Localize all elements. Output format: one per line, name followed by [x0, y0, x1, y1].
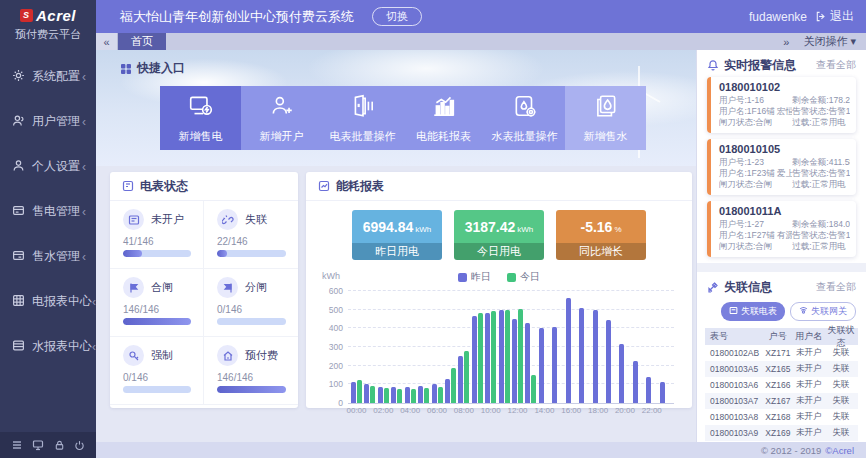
quick-button-1[interactable]: 新增售电: [160, 86, 241, 150]
power-icon[interactable]: [74, 440, 85, 451]
x-tick-label: 18:00: [588, 406, 608, 415]
stat-card-value: 6994.84: [363, 219, 414, 235]
table-cell: XZ171: [762, 348, 793, 358]
bar-今日: [531, 375, 536, 403]
bar-昨日: [579, 308, 584, 403]
bar-昨日: [458, 356, 463, 403]
disconnect-view-all-link[interactable]: 查看全部: [816, 280, 856, 294]
table-row: 01800103A7XZ167未开户失联: [705, 393, 858, 409]
lock-icon[interactable]: [54, 440, 65, 451]
alarm-field: 用户号:1-27: [719, 219, 792, 230]
logout-button[interactable]: 退出: [815, 8, 854, 25]
bar-groups: 00:0002:0004:0006:0008:0010:0012:0014:00…: [348, 292, 674, 403]
meter-status-label: 合闸: [151, 280, 173, 295]
stat-card-1: 6994.84kWh昨日用电: [352, 210, 442, 260]
alarm-detail-row: 用户号:1-27剩余金额:184.03: [719, 219, 850, 230]
table-cell: 失联: [824, 411, 858, 423]
alarm-detail-row: 闸刀状态:合闸过载:正常用电: [719, 179, 850, 190]
sidebar-item-3[interactable]: 个人设置‹: [0, 144, 96, 189]
alarm-field: 闸刀状态:合闸: [719, 117, 792, 128]
bar-昨日: [351, 382, 356, 403]
quick-button-label: 水表批量操作: [492, 129, 558, 144]
legend-item-昨日[interactable]: 昨日: [458, 270, 491, 284]
meter-status-cell: 强制0/146: [110, 337, 204, 405]
bar-今日: [491, 311, 496, 404]
quick-button-4[interactable]: 电能耗报表: [403, 86, 484, 150]
bar-昨日: [619, 344, 624, 403]
y-tick-label: 0: [338, 398, 343, 408]
bar-group: [445, 292, 456, 403]
alarm-detail-row: 用户名:1F23铺 爱上我的餐馆告警状态:告警1: [719, 168, 850, 179]
sidebar-item-label: 系统配置: [32, 68, 82, 85]
bar-昨日: [566, 298, 571, 403]
sidebar-item-2[interactable]: 用户管理‹: [0, 99, 96, 144]
sidebar-item-7[interactable]: 水报表中心‹: [0, 324, 96, 369]
quick-button-6[interactable]: 新增售水: [565, 86, 646, 150]
alarm-detail-row: 闸刀状态:合闸过载:正常用电: [719, 241, 850, 252]
bar-昨日: [378, 387, 383, 403]
alarm-accent-bar: [707, 139, 711, 195]
progress-bar: [217, 318, 286, 325]
bar-group: [525, 292, 536, 403]
footer: © 2012 - 2019 ©Acrel: [96, 442, 866, 458]
bar-今日: [478, 313, 483, 403]
alarm-field: 闸刀状态:合闸: [719, 241, 792, 252]
collapse-tabs-icon[interactable]: «: [96, 33, 118, 50]
column-header: 户号: [762, 330, 793, 343]
column-header: 表号: [705, 330, 762, 343]
tab-home[interactable]: 首页: [118, 33, 166, 50]
x-tick-label: 02:00: [373, 406, 393, 415]
table-cell: 未开户: [793, 347, 824, 359]
sidebar-item-6[interactable]: 电报表中心‹: [0, 279, 96, 324]
table-cell: 01800102AB: [705, 348, 762, 358]
close-operations-dropdown[interactable]: 关闭操作 ▾: [803, 34, 856, 49]
acrel-logo-icon: [20, 9, 33, 22]
chevron-left-icon: ‹: [82, 70, 86, 84]
bar-group: [418, 292, 429, 403]
bar-group: 06:00: [432, 292, 443, 403]
alarm-card[interactable]: 018001011A用户号:1-27剩余金额:184.03用户名:1F27铺 有…: [707, 201, 856, 257]
alarm-field: 告警状态:告警1: [792, 106, 850, 117]
sell-power-icon: [188, 93, 214, 123]
bar-昨日: [485, 313, 490, 403]
switch-on-icon: [123, 277, 144, 298]
sidebar-item-4[interactable]: 售电管理‹: [0, 189, 96, 234]
alarm-card[interactable]: 0180010102用户号:1-16剩余金额:178.22用户名:1F16铺 宏…: [707, 77, 856, 133]
monitor-icon[interactable]: [32, 439, 44, 451]
meter-status-cell: 合闸146/146: [110, 269, 204, 337]
switch-button[interactable]: 切换: [372, 7, 422, 26]
meter-status-value: 146/146: [217, 372, 286, 383]
footer-brand-link[interactable]: ©Acrel: [825, 445, 854, 456]
quick-button-label: 电能耗报表: [416, 129, 471, 144]
table-cell: 01800103A5: [705, 364, 762, 374]
column-header: 用户名: [793, 330, 824, 343]
alarms-view-all-link[interactable]: 查看全部: [816, 58, 856, 72]
quick-button-2[interactable]: 新增开户: [241, 86, 322, 150]
legend-item-今日[interactable]: 今日: [507, 270, 540, 284]
expand-tabs-icon[interactable]: »: [783, 36, 789, 48]
sidebar-item-label: 水报表中心: [32, 338, 92, 355]
bar-group: [579, 292, 590, 403]
table-row: 01800103A6XZ166未开户失联: [705, 377, 858, 393]
quick-button-label: 电表批量操作: [330, 129, 396, 144]
username[interactable]: fudawenke: [749, 10, 807, 24]
quick-button-3[interactable]: 电表批量操作: [322, 86, 403, 150]
table-cell: 失联: [824, 347, 858, 359]
alarm-meter-no: 018001011A: [719, 205, 850, 217]
users-icon: [12, 113, 25, 131]
sidebar-item-5[interactable]: 售水管理‹: [0, 234, 96, 279]
meter-status-cell: 未开户41/146: [110, 201, 204, 269]
menu-icon[interactable]: [11, 439, 23, 451]
bar-group: 04:00: [405, 292, 416, 403]
disconnect-tab-2[interactable]: 失联网关: [790, 302, 856, 321]
gear-icon: [12, 68, 25, 86]
alarm-card[interactable]: 0180010105用户号:1-23剩余金额:411.58用户名:1F23铺 爱…: [707, 139, 856, 195]
disconnect-tab-1[interactable]: 失联电表: [721, 302, 785, 321]
bar-昨日: [606, 320, 611, 403]
progress-bar: [123, 250, 191, 257]
sell-water-icon: [593, 93, 619, 123]
sidebar-item-1[interactable]: 系统配置‹: [0, 54, 96, 99]
energy-report-icon: [318, 180, 330, 192]
quick-button-5[interactable]: 水表批量操作: [484, 86, 565, 150]
bar-今日: [357, 380, 362, 403]
